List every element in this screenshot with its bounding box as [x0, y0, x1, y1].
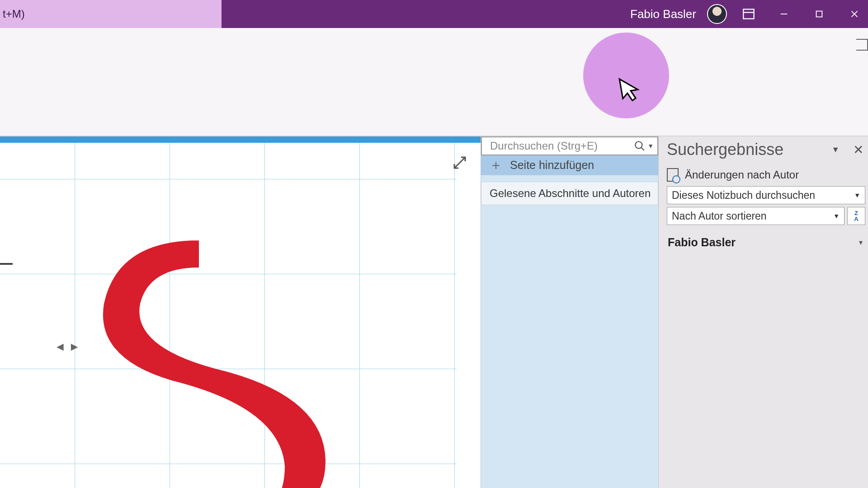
titlebar-left: t+M): [0, 0, 222, 28]
search-scope-value: Dieses Notizbuch durchsuchen: [672, 189, 815, 202]
search-icon[interactable]: [634, 140, 646, 152]
search-scope-select[interactable]: Dieses Notizbuch durchsuchen ▼: [667, 186, 865, 204]
account-username[interactable]: Fabio Basler: [630, 7, 699, 21]
tell-me-search[interactable]: t+M): [0, 0, 222, 28]
page-list-panel: ▼ ＋ Seite hinzufügen Gelesene Abschnitte…: [481, 136, 659, 488]
avatar[interactable]: [707, 4, 727, 24]
minimize-icon[interactable]: [770, 0, 797, 28]
ribbon: [0, 28, 868, 136]
results-menu-caret-icon[interactable]: ▼: [831, 145, 840, 155]
sort-value: Nach Autor sortieren: [672, 210, 767, 222]
titlebar-right: Fabio Basler: [630, 0, 868, 28]
changes-by-author-label: Änderungen nach Autor: [685, 169, 799, 181]
sort-select[interactable]: Nach Autor sortieren ▼: [667, 207, 844, 225]
search-input[interactable]: [490, 140, 634, 152]
collapse-ribbon-icon[interactable]: [856, 39, 868, 51]
expand-icon[interactable]: [452, 155, 468, 173]
maximize-icon[interactable]: [806, 0, 833, 28]
red-s-drawing: [90, 209, 362, 488]
title-bar: t+M) Fabio Basler: [0, 0, 868, 28]
note-canvas[interactable]: ◄ ►: [0, 136, 481, 488]
results-title: Suchergebnisse: [667, 140, 783, 159]
svg-line-7: [641, 147, 644, 150]
page-author-icon: [667, 168, 679, 182]
collapse-handle[interactable]: [0, 263, 13, 265]
svg-point-6: [635, 141, 642, 148]
nav-right-icon[interactable]: ►: [69, 340, 80, 354]
section-tab-strip[interactable]: [0, 136, 481, 143]
page-item[interactable]: Gelesene Abschnitte und Autoren: [481, 182, 658, 205]
close-panel-icon[interactable]: ✕: [853, 142, 863, 157]
content-area: ◄ ► ▼ ＋ Seite hinzufügen Gelesene Abschn…: [0, 136, 868, 488]
author-name: Fabio Basler: [668, 236, 736, 249]
add-page-label: Seite hinzufügen: [510, 159, 594, 172]
changes-by-author-row[interactable]: Änderungen nach Autor: [667, 166, 865, 186]
page-nav-arrows[interactable]: ◄ ►: [54, 340, 80, 354]
svg-rect-3: [816, 11, 822, 17]
chevron-down-icon: ▾: [859, 238, 863, 247]
chevron-down-icon: ▼: [854, 192, 860, 199]
search-scope-caret-icon[interactable]: ▼: [647, 142, 654, 150]
page-item-title: Gelesene Abschnitte und Autoren: [490, 187, 651, 200]
search-box[interactable]: ▼: [481, 136, 658, 155]
plus-icon: ＋: [489, 156, 503, 174]
search-results-panel: Suchergebnisse ▼ ✕ Änderungen nach Autor…: [659, 136, 868, 488]
add-page-button[interactable]: ＋ Seite hinzufügen: [481, 155, 658, 175]
tell-me-hint: t+M): [3, 8, 25, 20]
author-group[interactable]: Fabio Basler ▾: [667, 230, 865, 249]
results-header: Suchergebnisse ▼ ✕: [667, 136, 865, 166]
chevron-down-icon: ▼: [833, 212, 840, 220]
sort-order-button[interactable]: Z A: [847, 207, 865, 225]
ribbon-display-options-icon[interactable]: [735, 0, 762, 28]
svg-rect-0: [743, 9, 754, 19]
close-icon[interactable]: [841, 0, 868, 28]
sort-a-label: A: [854, 216, 858, 222]
nav-left-icon[interactable]: ◄: [54, 340, 66, 354]
